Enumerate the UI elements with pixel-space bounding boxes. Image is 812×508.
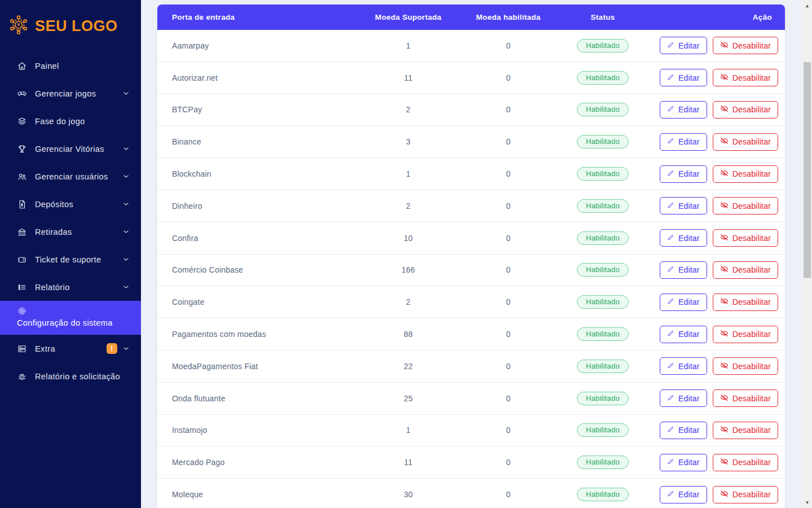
column-header-action: Ação: [645, 13, 785, 21]
table-row: Comércio Coinbase 166 0 Habilitado Edita…: [157, 255, 785, 287]
eye-slash-icon: [720, 329, 729, 339]
edit-button-label: Editar: [678, 41, 700, 50]
table-row: Binance 3 0 Habilitado Editar: [157, 126, 785, 158]
scrollbar[interactable]: ▲ ▼: [802, 0, 812, 508]
status-badge: Habilitado: [577, 263, 629, 277]
status-badge: Habilitado: [577, 392, 629, 405]
pencil-icon: [667, 426, 674, 435]
trophy-icon: [17, 144, 27, 154]
disable-button[interactable]: Desabilitar: [713, 69, 778, 86]
sidebar-item-label: Retiradas: [35, 227, 72, 237]
eye-slash-icon: [720, 265, 729, 275]
enabled-count: 0: [456, 234, 561, 243]
server-icon: [17, 344, 27, 354]
disable-button[interactable]: Desabilitar: [713, 37, 778, 54]
disable-button-label: Desabilitar: [732, 394, 771, 403]
edit-button[interactable]: Editar: [660, 294, 707, 311]
sidebar-item-configura-o-do-sistema[interactable]: Configuração do sistema: [0, 301, 141, 335]
disable-button[interactable]: Desabilitar: [713, 197, 778, 214]
disable-button[interactable]: Desabilitar: [713, 229, 778, 247]
sidebar-item-relat-rio[interactable]: Relatório: [0, 273, 141, 301]
sidebar-item-gerenciar-vit-rias[interactable]: Gerenciar Vitórias: [0, 135, 141, 163]
disable-button-label: Desabilitar: [732, 234, 771, 243]
edit-button[interactable]: Editar: [660, 69, 707, 86]
disable-button[interactable]: Desabilitar: [713, 165, 778, 183]
supported-count: 166: [360, 265, 456, 274]
supported-count: 22: [360, 362, 456, 371]
sidebar-item-painel[interactable]: Painel: [0, 52, 141, 80]
edit-button[interactable]: Editar: [660, 101, 707, 119]
sidebar-item-ticket-de-suporte[interactable]: Ticket de suporte: [0, 246, 141, 273]
edit-button[interactable]: Editar: [660, 229, 707, 247]
sidebar-item-label: Configuração do sistema: [17, 318, 113, 327]
status-badge: Habilitado: [577, 231, 629, 245]
edit-button[interactable]: Editar: [660, 357, 707, 375]
sidebar-item-relat-rio-e-solicita-o[interactable]: Relatório e solicitação: [0, 362, 141, 390]
disable-button[interactable]: Desabilitar: [713, 294, 778, 311]
disable-button[interactable]: Desabilitar: [713, 261, 778, 279]
table-row: Coingate 2 0 Habilitado Editar: [157, 286, 785, 318]
scroll-down-arrow[interactable]: ▼: [802, 498, 812, 507]
edit-button-label: Editar: [678, 297, 700, 306]
sidebar-item-retiradas[interactable]: Retiradas: [0, 218, 141, 246]
edit-button[interactable]: Editar: [660, 422, 707, 439]
column-header-gateway: Porta de entrada: [157, 13, 360, 21]
edit-button[interactable]: Editar: [660, 37, 707, 54]
edit-button[interactable]: Editar: [660, 454, 707, 471]
edit-button[interactable]: Editar: [660, 165, 707, 183]
disable-button-label: Desabilitar: [732, 490, 771, 499]
sidebar-menu: PainelGerenciar jogosFase do jogoGerenci…: [0, 52, 141, 390]
enabled-count: 0: [456, 394, 561, 403]
pencil-icon: [667, 362, 674, 371]
disable-button[interactable]: Desabilitar: [713, 422, 778, 439]
sidebar-item-label: Relatório: [35, 283, 70, 292]
pencil-icon: [667, 105, 674, 114]
sidebar-item-gerenciar-usu-rios[interactable]: Gerenciar usuários: [0, 163, 141, 190]
supported-count: 2: [360, 297, 456, 306]
supported-count: 11: [360, 73, 456, 82]
enabled-count: 0: [456, 169, 561, 178]
disable-button-label: Desabilitar: [732, 458, 771, 467]
logo[interactable]: SEU LOGO: [0, 0, 141, 49]
supported-count: 2: [360, 105, 456, 114]
status-badge: Habilitado: [577, 327, 629, 341]
file-dollar-icon: [17, 199, 27, 209]
scrollbar-thumb[interactable]: [804, 62, 811, 278]
edit-button[interactable]: Editar: [660, 197, 707, 214]
ticket-icon: [17, 255, 27, 265]
edit-button[interactable]: Editar: [660, 261, 707, 279]
edit-button[interactable]: Editar: [660, 486, 707, 503]
eye-slash-icon: [720, 457, 729, 467]
disable-button-label: Desabilitar: [732, 202, 771, 211]
eye-slash-icon: [720, 137, 729, 147]
disable-button[interactable]: Desabilitar: [713, 486, 778, 503]
sidebar-item-dep-sitos[interactable]: Depósitos: [0, 190, 141, 218]
sidebar-item-label: Extra: [35, 344, 55, 353]
sidebar-item-extra[interactable]: Extra!: [0, 335, 141, 362]
pencil-icon: [667, 234, 674, 243]
disable-button[interactable]: Desabilitar: [713, 454, 778, 471]
disable-button[interactable]: Desabilitar: [713, 357, 778, 375]
column-header-status: Status: [561, 13, 645, 21]
supported-count: 1: [360, 426, 456, 435]
enabled-count: 0: [456, 297, 561, 306]
sidebar-item-fase-do-jogo[interactable]: Fase do jogo: [0, 107, 141, 135]
edit-button[interactable]: Editar: [660, 133, 707, 151]
scroll-up-arrow[interactable]: ▲: [802, 1, 812, 10]
disable-button[interactable]: Desabilitar: [713, 326, 778, 343]
pencil-icon: [667, 202, 674, 211]
supported-count: 10: [360, 234, 456, 243]
enabled-count: 0: [456, 265, 561, 274]
edit-button-label: Editar: [678, 73, 700, 82]
edit-button[interactable]: Editar: [660, 326, 707, 343]
gateway-name: Onda flutuante: [157, 394, 360, 403]
disable-button[interactable]: Desabilitar: [713, 101, 778, 119]
disable-button[interactable]: Desabilitar: [713, 389, 778, 407]
disable-button[interactable]: Desabilitar: [713, 133, 778, 151]
eye-slash-icon: [720, 73, 729, 83]
sidebar-item-gerenciar-jogos[interactable]: Gerenciar jogos: [0, 80, 141, 107]
gateway-name: Moleque: [157, 490, 360, 499]
enabled-count: 0: [456, 202, 561, 211]
edit-button[interactable]: Editar: [660, 389, 707, 407]
gateway-name: BTCPay: [157, 105, 360, 114]
